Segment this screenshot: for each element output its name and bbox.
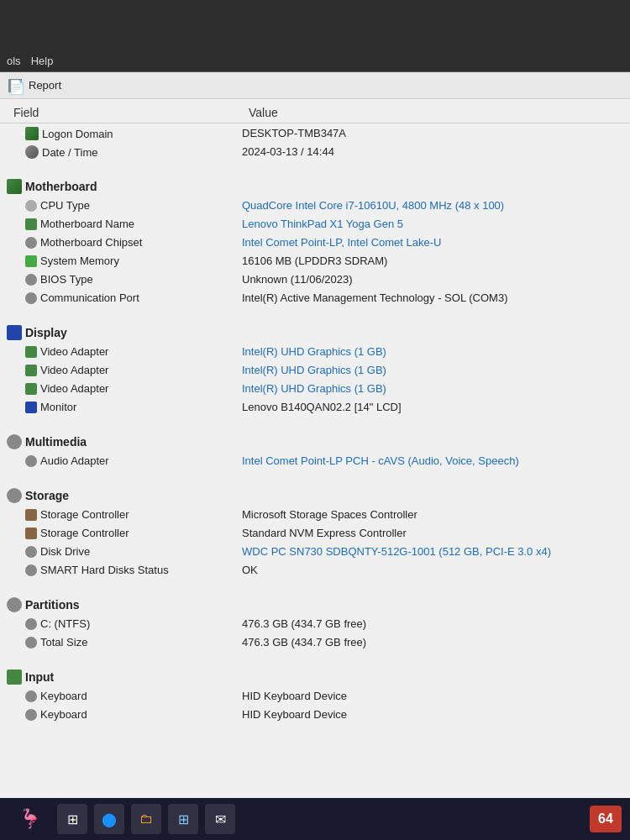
storage-ctrl-1-label: Storage Controller <box>40 508 129 521</box>
datetime-icon <box>25 145 39 159</box>
section-motherboard: Motherboard <box>0 171 630 197</box>
field-comm-port: Communication Port <box>25 291 235 304</box>
keyboard-1-icon <box>25 690 37 702</box>
taskbar: 🦩 ⊞ ⬤ 🗀 ⊞ ✉ 64 <box>0 798 630 840</box>
field-smart-status: SMART Hard Disks Status <box>25 564 235 576</box>
mb-name-label: Motherboard Name <box>40 218 134 230</box>
sys-memory-label: System Memory <box>40 255 119 267</box>
table-row: Motherboard Chipset Intel Comet Point-LP… <box>0 234 630 253</box>
smart-status-value: OK <box>235 564 617 576</box>
multimedia-section-title: Multimedia <box>25 435 87 449</box>
storage-ctrl-2-value: Standard NVM Express Controller <box>235 527 617 539</box>
storage-section-icon <box>7 488 22 503</box>
total-size-value: 476.3 GB (434.7 GB free) <box>235 636 617 648</box>
comm-port-label: Communication Port <box>40 291 139 304</box>
input-section-title: Input <box>25 670 54 684</box>
bios-type-label: BIOS Type <box>40 273 93 286</box>
mb-name-value: Lenovo ThinkPad X1 Yoga Gen 5 <box>235 218 617 230</box>
table-row: Date / Time 2024-03-13 / 14:44 <box>0 144 630 162</box>
title-bar <box>0 0 630 50</box>
table-row: Keyboard HID Keyboard Device <box>0 688 630 706</box>
cpu-icon <box>25 200 37 212</box>
mb-chipset-icon <box>25 237 37 249</box>
c-ntfs-value: 476.3 GB (434.7 GB free) <box>235 617 617 630</box>
multimedia-section-icon <box>7 434 22 449</box>
table-row: Storage Controller Standard NVM Express … <box>0 525 630 543</box>
field-datetime: Date / Time <box>25 145 235 159</box>
table-row: CPU Type QuadCore Intel Core i7-10610U, … <box>0 197 630 216</box>
video-adapter-1-icon <box>25 346 37 358</box>
video-adapter-1-label: Video Adapter <box>40 345 108 358</box>
keyboard-2-label: Keyboard <box>40 708 87 721</box>
audio-adapter-label: Audio Adapter <box>40 454 109 467</box>
cpu-type-label: CPU Type <box>40 199 90 212</box>
taskbar-edge-btn[interactable]: ⬤ <box>94 804 124 834</box>
storage-ctrl-1-value: Microsoft Storage Spaces Controller <box>235 508 617 521</box>
taskbar-windows-btn[interactable]: ⊞ <box>168 804 198 834</box>
total-size-icon <box>25 637 37 648</box>
table-row: System Memory 16106 MB (LPDDR3 SDRAM) <box>0 253 630 271</box>
disk-drive-value: WDC PC SN730 SDBQNTY-512G-1001 (512 GB, … <box>235 545 617 558</box>
video-adapter-2-icon <box>25 365 37 376</box>
taskbar-flamingo: 🦩 <box>8 802 50 836</box>
table-row: Motherboard Name Lenovo ThinkPad X1 Yoga… <box>0 216 630 234</box>
field-audio-adapter: Audio Adapter <box>25 454 235 467</box>
table-row: Keyboard HID Keyboard Device <box>0 706 630 725</box>
report-label: Report <box>29 79 61 92</box>
field-logon-domain: Logon Domain <box>25 127 235 140</box>
field-bios-type: BIOS Type <box>25 273 235 286</box>
smart-status-icon <box>25 564 37 576</box>
table-row: Total Size 476.3 GB (434.7 GB free) <box>0 634 630 653</box>
field-keyboard-2: Keyboard <box>25 708 235 721</box>
keyboard-2-icon <box>25 709 37 721</box>
field-cpu-type: CPU Type <box>25 199 235 212</box>
taskbar-monitor-btn[interactable]: ⊞ <box>57 804 87 834</box>
field-mb-name: Motherboard Name <box>25 218 235 230</box>
monitor-icon <box>25 402 37 413</box>
table-row: C: (NTFS) 476.3 GB (434.7 GB free) <box>0 616 630 634</box>
video-adapter-2-label: Video Adapter <box>40 364 108 376</box>
smart-status-label: SMART Hard Disks Status <box>40 564 169 576</box>
field-video-adapter-3: Video Adapter <box>25 382 235 395</box>
monitor-value: Lenovo B140QAN02.2 [14" LCD] <box>235 401 617 413</box>
keyboard-1-value: HID Keyboard Device <box>235 690 617 702</box>
section-input: Input <box>0 661 630 688</box>
table-row: SMART Hard Disks Status OK <box>0 562 630 580</box>
keyboard-1-label: Keyboard <box>40 690 87 702</box>
mb-chipset-label: Motherboard Chipset <box>40 236 142 249</box>
video-adapter-1-value: Intel(R) UHD Graphics (1 GB) <box>235 345 617 358</box>
partitions-section-icon <box>7 597 22 612</box>
table-row: Video Adapter Intel(R) UHD Graphics (1 G… <box>0 381 630 399</box>
motherboard-section-title: Motherboard <box>25 180 97 193</box>
field-keyboard-1: Keyboard <box>25 690 235 702</box>
storage-section-title: Storage <box>25 489 69 502</box>
field-video-adapter-1: Video Adapter <box>25 345 235 358</box>
field-sys-memory: System Memory <box>25 255 235 267</box>
table-row: Storage Controller Microsoft Storage Spa… <box>0 507 630 525</box>
section-storage: Storage <box>0 480 630 507</box>
input-section-icon <box>7 669 22 685</box>
section-display: Display <box>0 317 630 344</box>
taskbar-mail-btn[interactable]: ✉ <box>205 804 235 834</box>
storage-ctrl-2-icon <box>25 528 37 539</box>
menu-ols[interactable]: ols <box>7 55 21 67</box>
total-size-label: Total Size <box>40 636 87 648</box>
motherboard-section-icon <box>7 179 22 194</box>
menu-help[interactable]: Help <box>31 55 54 67</box>
table-row: BIOS Type Unknown (11/06/2023) <box>0 271 630 290</box>
table-row: Video Adapter Intel(R) UHD Graphics (1 G… <box>0 362 630 381</box>
c-ntfs-icon <box>25 618 37 630</box>
report-header: 📄 Report <box>0 72 630 99</box>
taskbar-folder-btn[interactable]: 🗀 <box>131 804 161 834</box>
main-content[interactable]: Field Value Logon Domain DESKTOP-TMB347A… <box>0 99 630 837</box>
bios-type-icon <box>25 274 37 286</box>
cpu-type-value: QuadCore Intel Core i7-10610U, 4800 MHz … <box>235 199 617 212</box>
section-multimedia: Multimedia <box>0 426 630 453</box>
sys-memory-value: 16106 MB (LPDDR3 SDRAM) <box>235 255 617 267</box>
display-section-title: Display <box>25 326 67 339</box>
display-section-icon <box>7 325 22 340</box>
menu-bar: ols Help <box>0 50 630 72</box>
table-row: Disk Drive WDC PC SN730 SDBQNTY-512G-100… <box>0 543 630 562</box>
storage-ctrl-2-label: Storage Controller <box>40 527 129 539</box>
video-adapter-2-value: Intel(R) UHD Graphics (1 GB) <box>235 364 617 376</box>
